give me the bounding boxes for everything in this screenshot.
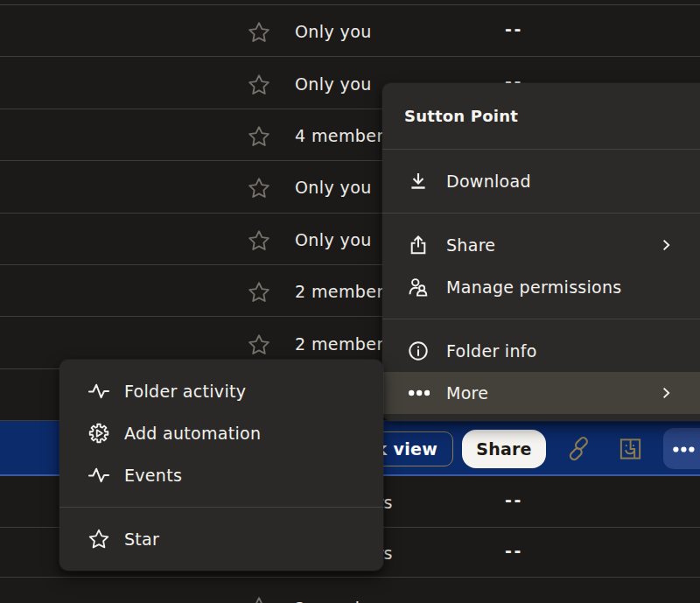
- menu-item-events[interactable]: Events: [60, 454, 383, 496]
- menu-item-label: Folder info: [446, 341, 537, 361]
- menu-item-folder-activity[interactable]: Folder activity: [60, 370, 383, 412]
- menu-item-label: Star: [124, 529, 159, 549]
- star-icon[interactable]: [247, 280, 271, 305]
- menu-item-label: Manage permissions: [446, 277, 622, 297]
- menu-section: Folder activity Add automation Events: [60, 360, 383, 507]
- menu-item-star[interactable]: Star: [60, 518, 383, 560]
- menu-section: Download: [382, 150, 700, 213]
- star-icon: [88, 529, 110, 550]
- modified-date: --: [505, 490, 523, 509]
- share-label: Share: [476, 439, 531, 459]
- who-can-access: 2 members: [295, 599, 393, 603]
- copy-link-icon[interactable]: [566, 437, 591, 461]
- menu-item-label: Folder activity: [124, 382, 246, 401]
- table-row[interactable]: 2 members --: [0, 577, 700, 603]
- menu-item-label: Add automation: [124, 424, 261, 443]
- who-can-access: Only you: [295, 22, 372, 41]
- more-submenu: Folder activity Add automation Events: [60, 360, 383, 571]
- who-can-access: Only you: [295, 230, 372, 249]
- activity-icon: [88, 381, 110, 402]
- star-icon[interactable]: [247, 333, 271, 357]
- share-button[interactable]: Share: [462, 430, 546, 468]
- menu-item-folder-info[interactable]: Folder info: [382, 330, 700, 372]
- modified-date: --: [505, 541, 523, 560]
- star-icon[interactable]: [247, 124, 271, 149]
- who-can-access: Only you: [295, 74, 372, 94]
- download-icon: [407, 171, 430, 192]
- star-icon[interactable]: [247, 228, 271, 253]
- who-can-access: 4 members: [295, 126, 393, 145]
- more-options-button[interactable]: [663, 428, 700, 469]
- modified-date: --: [505, 19, 523, 39]
- ellipsis-icon: [407, 382, 430, 403]
- who-can-access: 2 members: [295, 334, 393, 354]
- ellipsis-icon: [669, 445, 700, 453]
- menu-item-add-automation[interactable]: Add automation: [60, 412, 383, 454]
- signature-face-icon[interactable]: [620, 438, 641, 459]
- menu-item-label: Download: [446, 172, 531, 191]
- chevron-right-icon: [659, 238, 673, 252]
- menu-section: Folder info More: [382, 319, 700, 421]
- menu-section: Share Manage permissions: [382, 214, 700, 319]
- menu-item-label: Share: [446, 235, 495, 255]
- star-icon[interactable]: [247, 20, 271, 45]
- share-icon: [407, 235, 430, 256]
- menu-item-label: Events: [124, 466, 182, 485]
- star-icon[interactable]: [247, 176, 271, 200]
- star-icon[interactable]: [247, 73, 271, 97]
- menu-section: Star: [60, 508, 383, 571]
- activity-icon: [88, 465, 110, 486]
- menu-item-more[interactable]: More: [382, 372, 700, 414]
- table-row[interactable]: Only you --: [0, 4, 700, 56]
- menu-item-manage-permissions[interactable]: Manage permissions: [382, 266, 700, 308]
- manage-permissions-icon: [407, 277, 430, 298]
- who-can-access: Only you: [295, 178, 372, 197]
- context-menu: Sutton Point Download Shar: [382, 83, 700, 421]
- menu-item-share[interactable]: Share: [382, 224, 700, 266]
- chevron-right-icon: [659, 386, 673, 400]
- automation-icon: [88, 423, 110, 444]
- context-menu-title: Sutton Point: [382, 83, 700, 149]
- who-can-access: 2 members: [295, 282, 393, 301]
- info-icon: [407, 340, 430, 361]
- menu-item-download[interactable]: Download: [382, 160, 700, 202]
- star-icon[interactable]: [247, 595, 271, 603]
- menu-item-label: More: [446, 383, 488, 403]
